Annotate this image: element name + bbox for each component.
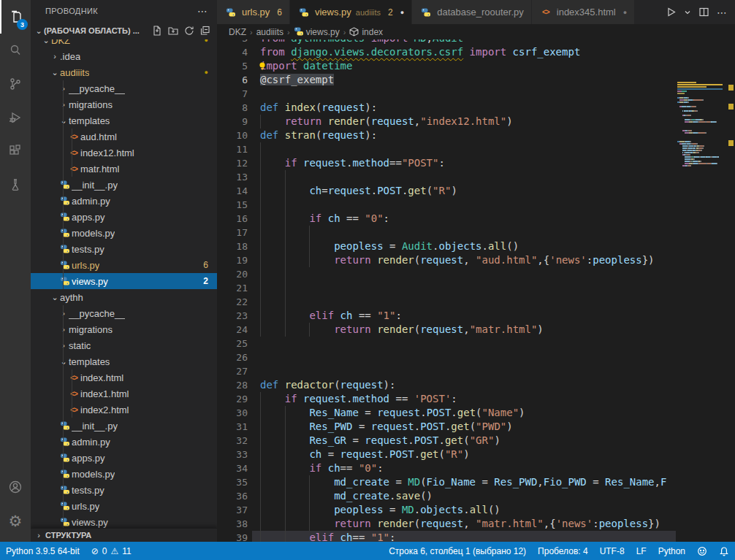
- code-line-3[interactable]: 3from aythh.models import MD,Audit: [217, 39, 676, 45]
- activity-search-icon[interactable]: [0, 34, 31, 67]
- feedback-icon[interactable]: [691, 546, 713, 556]
- tree-item-index1-html[interactable]: <>index1.html: [31, 386, 217, 402]
- tree-item-admin-py[interactable]: admin.py: [31, 434, 217, 450]
- python-interpreter-status[interactable]: Python 3.9.5 64-bit: [0, 542, 85, 560]
- sidebar-more-actions-icon[interactable]: ⋯: [197, 5, 208, 17]
- tree-item-matr-html[interactable]: <>matr.html: [31, 161, 217, 177]
- tree-item-apps-py[interactable]: apps.py: [31, 450, 217, 466]
- code-line-31[interactable]: 31 Res_PWD = request.POST.get("PWD"): [217, 420, 676, 434]
- overview-ruler[interactable]: [727, 79, 735, 542]
- tree-item-aythh[interactable]: ⌄aythh: [31, 289, 217, 305]
- code-line-10[interactable]: 10def stran(request):: [217, 129, 676, 142]
- tree-item--init-py[interactable]: __init__.py: [31, 177, 217, 193]
- activity-testing-icon[interactable]: [0, 168, 31, 202]
- activity-source-control-icon[interactable]: [0, 67, 31, 101]
- code-line-15[interactable]: 15: [217, 198, 676, 212]
- eol-status[interactable]: LF: [631, 546, 652, 556]
- code-line-7[interactable]: 7: [217, 87, 676, 101]
- code-line-34[interactable]: 34 if ch== "0":: [217, 461, 676, 475]
- code-line-22[interactable]: 22: [217, 295, 676, 309]
- tree-item-apps-py[interactable]: apps.py: [31, 209, 217, 225]
- new-folder-icon[interactable]: [167, 25, 179, 37]
- tree-item--pycache-[interactable]: ›__pycache__: [31, 80, 217, 96]
- code-line-4[interactable]: 4from django.views.decorators.csrf impor…: [217, 45, 676, 59]
- code-line-33[interactable]: 33 ch = request.POST.get("R"): [217, 448, 676, 461]
- tree-item-admin-py[interactable]: admin.py: [31, 193, 217, 209]
- editor-more-actions-icon[interactable]: ⋯: [717, 7, 728, 18]
- breadcrumb-item-file[interactable]: views.py: [294, 26, 340, 38]
- tree-item-urls-py[interactable]: urls.py: [31, 498, 217, 514]
- tree-item-models-py[interactable]: models.py: [31, 225, 217, 241]
- cursor-position-status[interactable]: Строка 6, столбец 1 (выбрано 12): [383, 546, 532, 556]
- tree-item-templates[interactable]: ⌄templates: [31, 112, 217, 129]
- code-line-30[interactable]: 30 Res_Name = request.POST.get("Name"): [217, 406, 676, 420]
- code-line-32[interactable]: 32 Res_GR = request.POST.get("GR"): [217, 434, 676, 448]
- modified-dot-icon[interactable]: ●: [623, 9, 627, 16]
- collapse-all-icon[interactable]: [199, 25, 211, 37]
- problems-status[interactable]: ⊘ 0 ⚠ 11: [85, 542, 137, 560]
- code-line-24[interactable]: 24 return render(request,"matr.html"): [217, 323, 676, 337]
- code-line-6[interactable]: 6@csrf_exempt: [217, 73, 676, 87]
- tree-item-urls-py[interactable]: urls.py6: [31, 257, 217, 273]
- code-line-35[interactable]: 35 md_create = MD(Fio_Name = Res_PWD,Fio…: [217, 475, 676, 489]
- tree-item--idea[interactable]: ›.idea: [31, 48, 217, 64]
- code-line-25[interactable]: 25: [217, 337, 676, 350]
- breadcrumb-item-folder[interactable]: audiiits: [256, 27, 283, 37]
- tree-item-index12-html[interactable]: <>index12.html: [31, 145, 217, 161]
- encoding-status[interactable]: UTF-8: [594, 546, 631, 556]
- code-line-28[interactable]: 28def redactor(request):: [217, 378, 676, 392]
- outline-section-header[interactable]: › СТРУКТУРА: [31, 528, 217, 542]
- code-line-29[interactable]: 29 if request.method == 'POST':: [217, 392, 676, 406]
- tree-item-tests-py[interactable]: tests.py: [31, 241, 217, 257]
- code-line-21[interactable]: 21: [217, 281, 676, 295]
- tree-item--init-py[interactable]: __init__.py: [31, 418, 217, 434]
- run-button[interactable]: [666, 7, 677, 18]
- tree-item-migrations[interactable]: ›migrations: [31, 321, 217, 337]
- language-mode-status[interactable]: Python: [652, 546, 691, 556]
- code-line-20[interactable]: 20: [217, 267, 676, 281]
- new-file-icon[interactable]: [151, 25, 163, 37]
- tree-item-audiiits[interactable]: ⌄audiiits●: [31, 64, 217, 80]
- code-line-5[interactable]: 5import datetime: [217, 59, 676, 73]
- code-line-36[interactable]: 36 md_create.save(): [217, 489, 676, 503]
- refresh-icon[interactable]: [183, 25, 195, 37]
- tree-item-migrations[interactable]: ›migrations: [31, 96, 217, 112]
- activity-settings-icon[interactable]: ⚙: [0, 504, 31, 537]
- tree-item-templates[interactable]: ⌄templates: [31, 353, 217, 369]
- tree-item-aud-html[interactable]: <>aud.html: [31, 129, 217, 145]
- tab-urls-py[interactable]: urls.py6: [217, 0, 290, 24]
- workspace-section-header[interactable]: ⌄ (РАБОЧАЯ ОБЛАСТЬ) ...: [31, 22, 217, 39]
- breadcrumb-item-symbol[interactable]: index: [349, 27, 383, 37]
- modified-dot-icon[interactable]: ●: [400, 9, 404, 16]
- tree-item-index2-html[interactable]: <>index2.html: [31, 402, 217, 418]
- code-line-27[interactable]: 27: [217, 364, 676, 378]
- tree-item-models-py[interactable]: models.py: [31, 466, 217, 482]
- code-editor[interactable]: 3from aythh.models import MD,Audit4from …: [217, 39, 735, 542]
- tree-item-tests-py[interactable]: tests.py: [31, 482, 217, 498]
- code-line-19[interactable]: 19 return render(request, "aud.html",{'n…: [217, 253, 676, 267]
- tab-index345-html[interactable]: <>index345.html●: [532, 0, 635, 24]
- code-line-12[interactable]: 12 if request.method=="POST":: [217, 156, 676, 170]
- run-dropdown-chevron-icon[interactable]: [684, 9, 691, 16]
- code-line-38[interactable]: 38 return render(request, "matr.html",{'…: [217, 517, 676, 531]
- tab-database-roouter-py[interactable]: database_roouter.py: [412, 0, 532, 24]
- code-line-37[interactable]: 37 peopless = MD.objects.all(): [217, 503, 676, 517]
- code-line-9[interactable]: 9 return render(request,"index12.html"): [217, 115, 676, 129]
- activity-extensions-icon[interactable]: [0, 134, 31, 168]
- code-line-23[interactable]: 23 elif ch == "1":: [217, 309, 676, 323]
- code-line-18[interactable]: 18 peopless = Audit.objects.all(): [217, 239, 676, 253]
- minimap[interactable]: [676, 79, 727, 542]
- notifications-bell-icon[interactable]: [713, 546, 735, 556]
- breadcrumb-item-folder[interactable]: DKZ: [229, 27, 246, 37]
- indentation-status[interactable]: Пробелов: 4: [532, 546, 594, 556]
- code-line-39[interactable]: 39 elif ch== "1":: [217, 531, 676, 542]
- activity-account-icon[interactable]: [0, 470, 31, 504]
- code-line-8[interactable]: 8def index(request):: [217, 101, 676, 115]
- code-line-16[interactable]: 16 if ch == "0":: [217, 212, 676, 226]
- code-line-26[interactable]: 26: [217, 350, 676, 364]
- activity-run-debug-icon[interactable]: [0, 101, 31, 134]
- activity-explorer-icon[interactable]: 3: [0, 0, 31, 34]
- code-line-17[interactable]: 17: [217, 226, 676, 239]
- lightbulb-icon[interactable]: [258, 61, 267, 70]
- code-line-13[interactable]: 13: [217, 170, 676, 184]
